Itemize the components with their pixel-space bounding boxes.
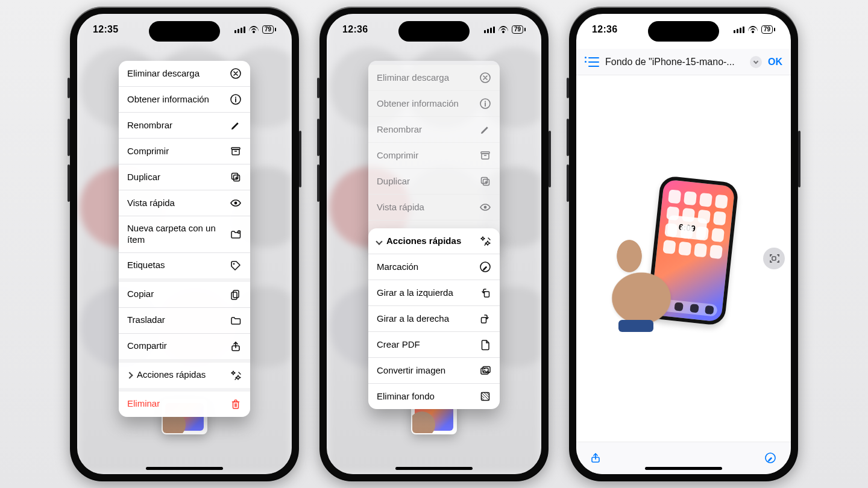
share-icon bbox=[230, 340, 242, 352]
menu-item-move[interactable]: Trasladar bbox=[119, 307, 250, 333]
menu-item-rename[interactable]: Renombrar bbox=[119, 112, 250, 138]
copy-icon bbox=[230, 289, 242, 301]
home-indicator[interactable] bbox=[395, 467, 473, 470]
menu-group-1: Eliminar descarga Obtener información Re… bbox=[119, 61, 250, 278]
cellular-icon bbox=[734, 27, 744, 33]
sparkle-icon bbox=[230, 369, 242, 381]
chevron-right-icon bbox=[126, 372, 133, 378]
menu-group-2: Copiar Trasladar Compartir bbox=[119, 278, 250, 359]
submenu-item-rotate-left[interactable]: Girar a la izquierda bbox=[368, 280, 500, 305]
menu-item-tags[interactable]: Etiquetas bbox=[119, 252, 250, 278]
menu-item-duplicate[interactable]: Duplicar bbox=[119, 164, 250, 190]
cutout-result: 6:09 bbox=[605, 184, 738, 328]
menu-item-new-folder[interactable]: Nueva carpeta con un ítem bbox=[119, 216, 250, 252]
cellular-icon bbox=[484, 27, 495, 33]
image-stack-icon bbox=[479, 364, 491, 377]
archive-icon bbox=[230, 145, 242, 157]
menu-group-3: Acciones rápidas bbox=[119, 359, 250, 388]
menu-item-quick-actions[interactable]: Acciones rápidas bbox=[119, 363, 250, 388]
cellular-icon bbox=[234, 27, 245, 33]
markup-icon bbox=[479, 261, 491, 273]
submenu-item-convert-image[interactable]: Convertir imagen bbox=[368, 357, 500, 383]
dynamic-island bbox=[648, 21, 719, 42]
markup-button[interactable] bbox=[764, 452, 778, 465]
list-icon[interactable] bbox=[585, 56, 599, 68]
menu-item-delete[interactable]: Eliminar bbox=[119, 392, 250, 417]
status-time: 12:36 bbox=[592, 24, 617, 35]
rotate-right-icon bbox=[479, 313, 491, 325]
tag-icon bbox=[230, 260, 242, 272]
wifi-icon bbox=[249, 26, 259, 33]
duplicate-icon bbox=[230, 171, 242, 183]
share-button[interactable] bbox=[590, 452, 603, 465]
home-indicator[interactable] bbox=[645, 467, 722, 470]
done-button[interactable]: OK bbox=[768, 57, 782, 67]
rotate-left-icon bbox=[479, 287, 491, 299]
menu-item-get-info[interactable]: Obtener información bbox=[119, 86, 250, 112]
submenu-header[interactable]: Acciones rápidas bbox=[368, 228, 500, 254]
submenu-item-rotate-right[interactable]: Girar a la derecha bbox=[368, 305, 500, 331]
chevron-down-icon bbox=[376, 238, 382, 245]
quick-actions-submenu: Acciones rápidas Marcación Girar a la iz… bbox=[368, 228, 500, 409]
battery-indicator: 79 bbox=[761, 25, 775, 34]
submenu-item-remove-background[interactable]: Eliminar fondo bbox=[368, 383, 500, 409]
menu-group-4: Eliminar bbox=[119, 388, 250, 417]
title-menu-chevron[interactable] bbox=[750, 56, 762, 68]
menu-item-copy[interactable]: Copiar bbox=[119, 282, 250, 307]
hand-graphic bbox=[605, 214, 696, 328]
dynamic-island bbox=[149, 21, 220, 42]
battery-indicator: 79 bbox=[512, 25, 526, 34]
sparkle-icon bbox=[479, 235, 491, 247]
trash-icon bbox=[230, 398, 242, 410]
xcircle-icon bbox=[230, 67, 242, 80]
status-time: 12:35 bbox=[93, 24, 118, 35]
dynamic-island bbox=[398, 21, 470, 42]
eye-icon bbox=[230, 197, 242, 209]
menu-item-remove-download[interactable]: Eliminar descarga bbox=[119, 61, 250, 86]
document-icon bbox=[479, 339, 491, 351]
info-icon bbox=[230, 93, 242, 105]
status-time: 12:36 bbox=[342, 24, 368, 35]
phone-frame-3: 12:36 79 Fondo de "iPhone-15-mano-... OK… bbox=[569, 7, 798, 481]
preview-canvas[interactable]: 6:09 bbox=[576, 75, 791, 442]
menu-item-compress[interactable]: Comprimir bbox=[119, 138, 250, 164]
menu-item-share[interactable]: Compartir bbox=[119, 333, 250, 359]
phone-frame-2: 12:36 79 Eliminar descarga Obtener infor… bbox=[319, 7, 549, 481]
folderplus-icon bbox=[230, 228, 242, 240]
pencil-icon bbox=[230, 119, 242, 131]
context-menu-background: Eliminar descarga Obtener información Re… bbox=[368, 61, 500, 246]
document-title: Fondo de "iPhone-15-mano-... bbox=[605, 57, 744, 67]
menu-item-quicklook[interactable]: Vista rápida bbox=[119, 190, 250, 216]
wifi-icon bbox=[498, 26, 508, 33]
folder-icon bbox=[230, 314, 242, 327]
phone-frame-1: 12:35 79 Eliminar descarga Obtener infor… bbox=[70, 7, 299, 481]
submenu-item-create-pdf[interactable]: Crear PDF bbox=[368, 331, 500, 357]
battery-indicator: 79 bbox=[262, 25, 276, 34]
nav-bar: Fondo de "iPhone-15-mano-... OK bbox=[576, 49, 791, 75]
context-menu: Eliminar descarga Obtener información Re… bbox=[119, 61, 250, 417]
submenu-item-markup[interactable]: Marcación bbox=[368, 254, 500, 280]
remove-bg-icon bbox=[479, 390, 491, 402]
home-indicator[interactable] bbox=[146, 467, 223, 470]
visual-lookup-button[interactable] bbox=[763, 248, 785, 269]
wifi-icon bbox=[748, 26, 758, 33]
watch-band-graphic bbox=[618, 320, 653, 332]
